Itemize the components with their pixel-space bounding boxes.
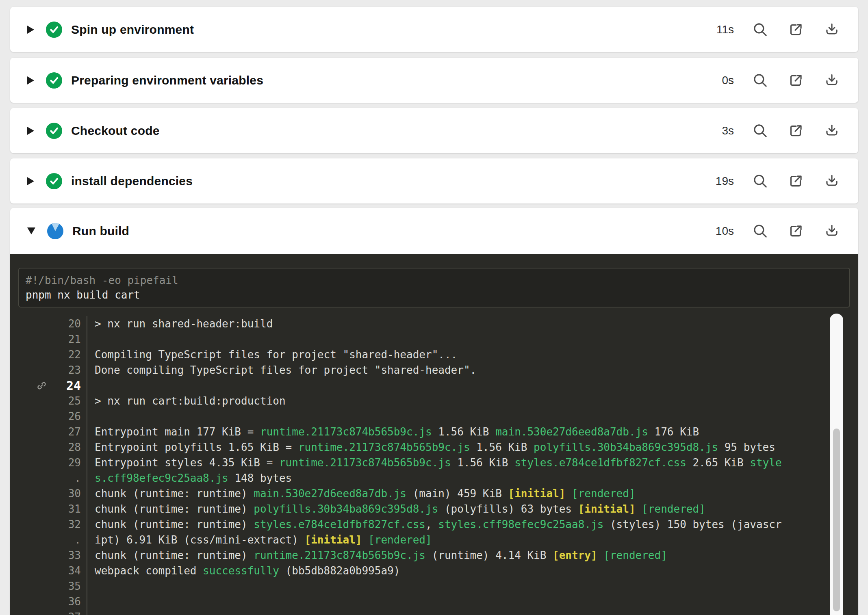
- open-in-new-tab-button[interactable]: [787, 222, 805, 240]
- log-line: 30 chunk (runtime: runtime) main.530e27d…: [10, 486, 858, 501]
- line-number[interactable]: 32: [52, 518, 87, 531]
- line-content: [87, 594, 858, 609]
- log-line: 28 Entrypoint polyfills 1.65 KiB = runti…: [10, 440, 858, 455]
- step-duration: 11s: [710, 23, 734, 36]
- search-logs-button[interactable]: [751, 121, 770, 140]
- line-content: Entrypoint styles 4.35 KiB = runtime.211…: [87, 455, 858, 470]
- line-number[interactable]: 21: [52, 333, 87, 345]
- line-number[interactable]: 28: [52, 441, 87, 453]
- success-status-icon: [46, 173, 62, 189]
- step-header-run-build[interactable]: Run build 10s: [10, 208, 858, 254]
- log-scrollbar[interactable]: [830, 314, 843, 615]
- step-header[interactable]: Spin up environment 11s: [10, 7, 858, 52]
- log-line: 23 Done compiling TypeScript files for p…: [10, 362, 858, 378]
- step-card-run-build: Run build 10s: [10, 208, 858, 615]
- step-card: install dependencies 19s: [10, 158, 858, 204]
- line-number[interactable]: 30: [52, 487, 87, 500]
- log-line: 22 Compiling TypeScript files for projec…: [10, 347, 858, 362]
- step-header[interactable]: Checkout code 3s: [10, 108, 858, 153]
- log-output: 20 > nx run shared-header:build 21 22 Co…: [10, 316, 858, 615]
- chevron-right-icon[interactable]: [27, 177, 34, 185]
- line-number[interactable]: 31: [52, 503, 87, 515]
- step-actions: 11s: [710, 20, 858, 39]
- line-content: chunk (runtime: runtime) main.530e27d6ee…: [87, 486, 858, 501]
- line-content: > nx run shared-header:build: [87, 316, 858, 331]
- open-in-new-tab-button[interactable]: [787, 71, 805, 90]
- log-line: 36: [10, 594, 858, 609]
- chevron-right-icon[interactable]: [27, 127, 34, 135]
- log-line: 20 > nx run shared-header:build: [10, 316, 858, 331]
- line-number[interactable]: 36: [52, 596, 87, 608]
- search-logs-button[interactable]: [751, 172, 770, 191]
- line-number[interactable]: .: [52, 472, 87, 484]
- step-duration: 0s: [710, 74, 734, 87]
- command-text: pnpm nx build cart: [26, 289, 140, 301]
- download-logs-button[interactable]: [822, 71, 841, 90]
- line-number[interactable]: .: [52, 534, 87, 546]
- line-content: [87, 578, 858, 594]
- step-header[interactable]: install dependencies 19s: [10, 158, 858, 204]
- chevron-right-icon[interactable]: [27, 76, 34, 84]
- step-header[interactable]: Preparing environment variables 0s: [10, 58, 858, 103]
- step-label: Preparing environment variables: [71, 74, 263, 87]
- command-shebang: #!/bin/bash -eo pipefail: [26, 274, 178, 286]
- log-line: . ipt) 6.91 KiB (css/mini-extract) [init…: [10, 532, 858, 548]
- step-label: install dependencies: [71, 174, 193, 188]
- line-content: > nx run cart:build:production: [87, 393, 858, 409]
- log-line: 31 chunk (runtime: runtime) polyfills.30…: [10, 501, 858, 517]
- line-content: [87, 409, 858, 424]
- line-content: chunk (runtime: runtime) runtime.21173c8…: [87, 548, 858, 563]
- download-logs-button[interactable]: [822, 222, 841, 240]
- line-number[interactable]: 22: [52, 349, 87, 361]
- line-number[interactable]: 29: [52, 457, 87, 469]
- log-line: 29 Entrypoint styles 4.35 KiB = runtime.…: [10, 455, 858, 470]
- line-number[interactable]: 37: [52, 611, 87, 615]
- log-line: 35: [10, 578, 858, 594]
- line-number[interactable]: 25: [52, 395, 87, 407]
- step-actions: 3s: [710, 121, 858, 140]
- open-in-new-tab-button[interactable]: [787, 121, 805, 140]
- step-duration: 10s: [710, 225, 734, 238]
- search-logs-button[interactable]: [751, 71, 770, 90]
- step-duration: 3s: [710, 124, 734, 137]
- download-logs-button[interactable]: [822, 20, 841, 39]
- log-line: 37: [10, 609, 858, 615]
- line-content: Entrypoint polyfills 1.65 KiB = runtime.…: [87, 440, 858, 455]
- open-in-new-tab-button[interactable]: [787, 20, 805, 39]
- line-content: chunk (runtime: runtime) styles.e784ce1d…: [87, 517, 858, 532]
- log-scrollbar-thumb[interactable]: [833, 429, 840, 611]
- running-status-icon: [47, 223, 63, 239]
- line-number[interactable]: 26: [52, 410, 87, 422]
- line-number[interactable]: 33: [52, 549, 87, 561]
- line-content: [87, 331, 858, 347]
- line-content: chunk (runtime: runtime) polyfills.30b34…: [87, 501, 858, 517]
- log-line: 25 > nx run cart:build:production: [10, 393, 858, 409]
- step-card: Preparing environment variables 0s: [10, 58, 858, 103]
- line-number[interactable]: 27: [52, 426, 87, 438]
- log-line: 34 webpack compiled successfully (bb5db8…: [10, 563, 858, 578]
- step-actions: 0s: [710, 71, 858, 90]
- line-content: [87, 378, 858, 393]
- line-content: [87, 609, 858, 615]
- step-actions: 19s: [710, 172, 858, 191]
- line-number[interactable]: 35: [52, 580, 87, 592]
- line-number[interactable]: 24: [52, 379, 87, 393]
- line-content: Compiling TypeScript files for project "…: [87, 347, 858, 362]
- line-number[interactable]: 34: [52, 565, 87, 577]
- log-line: 32 chunk (runtime: runtime) styles.e784c…: [10, 517, 858, 532]
- log-line: 27 Entrypoint main 177 KiB = runtime.211…: [10, 424, 858, 440]
- line-permalink-icon[interactable]: [31, 380, 52, 391]
- search-logs-button[interactable]: [751, 20, 770, 39]
- step-label: Checkout code: [71, 124, 160, 138]
- download-logs-button[interactable]: [822, 121, 841, 140]
- download-logs-button[interactable]: [822, 172, 841, 191]
- chevron-down-icon[interactable]: [27, 227, 35, 234]
- chevron-right-icon[interactable]: [27, 26, 34, 34]
- line-number[interactable]: 20: [52, 318, 87, 330]
- search-logs-button[interactable]: [751, 222, 770, 240]
- log-line: 26: [10, 409, 858, 424]
- open-in-new-tab-button[interactable]: [787, 172, 805, 191]
- success-status-icon: [46, 123, 62, 139]
- command-box: #!/bin/bash -eo pipefail pnpm nx build c…: [18, 268, 850, 308]
- line-number[interactable]: 23: [52, 364, 87, 376]
